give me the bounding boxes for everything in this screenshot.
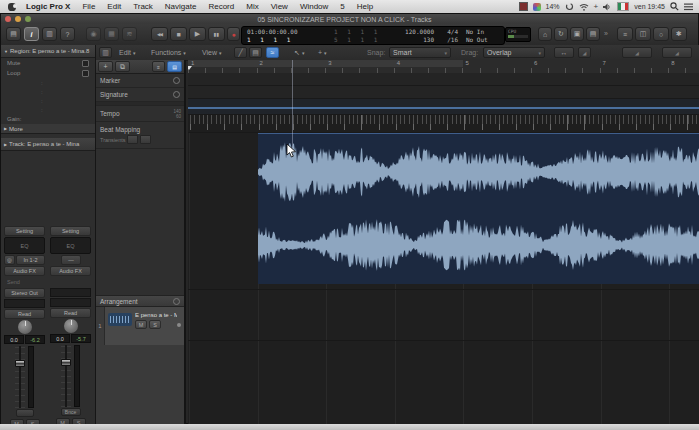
menu-item-navigate[interactable]: Navigate bbox=[159, 2, 203, 11]
notification-center-icon[interactable] bbox=[684, 2, 693, 11]
lcd-position[interactable]: 1 1 1 1 bbox=[247, 36, 293, 43]
strip-extra-button[interactable] bbox=[16, 409, 34, 417]
region-field-row[interactable]: : bbox=[1, 96, 95, 105]
menu-item-help[interactable]: Help bbox=[351, 2, 379, 11]
lcd-smpte[interactable]: 01:00:00:00.00 bbox=[247, 28, 298, 35]
track-inspector-header[interactable]: ▶ Track: E penso a te - Mina bbox=[1, 138, 95, 151]
inspector-button[interactable]: i bbox=[24, 27, 39, 41]
app-menu-extra-icon[interactable] bbox=[533, 3, 541, 11]
beat-mapping-waveform-region[interactable] bbox=[258, 133, 699, 284]
bar-ruler[interactable]: 12345678 bbox=[188, 60, 699, 74]
track-solo-button[interactable]: S bbox=[149, 320, 161, 329]
stop-button[interactable]: ■ bbox=[170, 27, 187, 41]
strip-group-slot[interactable] bbox=[4, 299, 45, 308]
global-track-tempo[interactable]: Tempo 140 60 bbox=[96, 106, 184, 122]
lcd-division-value[interactable]: /16 bbox=[447, 36, 458, 43]
arrangement-track-header[interactable]: Arrangement bbox=[96, 295, 184, 307]
secondary-tool-menu[interactable]: +▾ bbox=[315, 47, 330, 58]
global-tracks-button[interactable]: ▤ bbox=[167, 61, 182, 72]
signature-options-icon[interactable] bbox=[173, 91, 180, 98]
cpu-meter[interactable]: CPU bbox=[505, 27, 531, 42]
global-track-signature[interactable]: Signature bbox=[96, 88, 184, 102]
playhead-marker[interactable] bbox=[188, 66, 192, 70]
global-track-beat-mapping[interactable]: Beat Mapping Transients bbox=[96, 122, 184, 149]
tempo-lane[interactable] bbox=[188, 99, 699, 115]
drag-dropdown[interactable]: Overlap▾ bbox=[483, 47, 545, 58]
strip-send-slot[interactable]: Send bbox=[4, 277, 45, 287]
list-editors-button[interactable]: ≡ bbox=[617, 27, 633, 41]
volume-icon[interactable] bbox=[603, 2, 612, 11]
strip-group-slot[interactable] bbox=[50, 298, 91, 307]
volume-fader[interactable] bbox=[15, 346, 25, 408]
fader-cap[interactable] bbox=[15, 360, 25, 367]
lcd-display[interactable]: 01:00:00:00.00 1 1 1 1 1 1 1 1 5 1 1 1 1… bbox=[241, 26, 505, 45]
volume-value[interactable]: 0.0 bbox=[50, 334, 70, 343]
region-inspector-header[interactable]: ▼ Region: E penso a te - Mina.8 bbox=[1, 45, 95, 58]
quick-help-button[interactable]: ? bbox=[60, 27, 75, 41]
cycle-area[interactable] bbox=[188, 60, 463, 67]
region-loop-row[interactable]: Loop bbox=[1, 68, 95, 78]
track-mute-button[interactable]: M bbox=[135, 320, 147, 329]
solo-mode-button[interactable]: ⌂ bbox=[538, 27, 552, 41]
record-button[interactable]: ● bbox=[227, 27, 240, 41]
menu-item-window[interactable]: Window bbox=[294, 2, 334, 11]
auto-zoom-button[interactable]: ╱ bbox=[234, 47, 247, 58]
strip-eq-slot[interactable]: EQ bbox=[50, 237, 91, 254]
region-field-row[interactable]: : bbox=[1, 78, 95, 87]
fader-cap[interactable] bbox=[61, 359, 71, 366]
strip-automation-button[interactable]: Read bbox=[4, 309, 45, 319]
region-inspector-toggle[interactable]: ▥ bbox=[99, 47, 112, 58]
battery-percent[interactable]: 14% bbox=[546, 3, 560, 10]
cycle-button[interactable]: ↻ bbox=[554, 27, 568, 41]
close-button[interactable] bbox=[5, 16, 11, 22]
arrangement-options-icon[interactable] bbox=[173, 298, 180, 305]
strip-audiofx-slot[interactable]: Audio FX bbox=[50, 266, 91, 276]
beat-mapping-option-button[interactable] bbox=[127, 135, 138, 144]
rewind-button[interactable]: ◀◀ bbox=[151, 27, 168, 41]
mixer-button[interactable]: ▦ bbox=[104, 27, 119, 41]
apple-loops-button[interactable]: ○ bbox=[653, 27, 669, 41]
strip-setting-button[interactable]: Setting bbox=[50, 226, 91, 236]
lcd-tempo-value[interactable]: 120.0000 bbox=[405, 28, 434, 35]
region-field-row[interactable]: : bbox=[1, 105, 95, 114]
view-menu[interactable]: View▾ bbox=[199, 47, 225, 58]
horizontal-zoom-slider[interactable]: ◢ bbox=[622, 47, 652, 58]
pan-knob[interactable] bbox=[18, 320, 32, 334]
lcd-cycle-locators[interactable]: 1 1 1 1 5 1 1 1 bbox=[334, 27, 380, 44]
functions-menu[interactable]: Functions▾ bbox=[148, 47, 189, 58]
lcd-cycle-end[interactable]: 5 1 1 1 bbox=[334, 36, 380, 43]
menu-item-view[interactable]: View bbox=[265, 2, 294, 11]
screen-recording-icon[interactable] bbox=[519, 2, 528, 11]
spotlight-search-icon[interactable] bbox=[670, 2, 679, 11]
play-button[interactable]: ▶ bbox=[189, 27, 206, 41]
strip-gain-button[interactable]: — bbox=[61, 255, 81, 265]
region-field-row[interactable]: : bbox=[1, 87, 95, 96]
menu-item-edit[interactable]: Edit bbox=[101, 2, 127, 11]
sync-icon[interactable] bbox=[565, 2, 574, 11]
audio-track-lane[interactable]: E penso a te - Mina.8 ⟳ bbox=[188, 289, 699, 341]
track-header-1[interactable]: 1 E penso a te - Mina M S bbox=[96, 307, 184, 346]
smart-controls-button[interactable]: ◉ bbox=[86, 27, 101, 41]
strip-output-slot[interactable] bbox=[50, 288, 91, 297]
pan-knob[interactable] bbox=[64, 319, 78, 333]
waveform-zoom-slider[interactable]: ◢ bbox=[662, 47, 692, 58]
minimize-button[interactable] bbox=[15, 16, 21, 22]
tuner-button[interactable]: ▤ bbox=[586, 27, 600, 41]
browsers-button[interactable]: ✱ bbox=[671, 27, 687, 41]
menu-clock[interactable]: ven 19:45 bbox=[634, 3, 665, 10]
menu-item-5[interactable]: 5 bbox=[334, 2, 350, 11]
autopunch-button[interactable]: ▣ bbox=[570, 27, 584, 41]
waveform-zoom-button[interactable]: ▤ bbox=[249, 47, 262, 58]
note-pads-button[interactable]: ◫ bbox=[635, 27, 651, 41]
vertical-zoom-slider[interactable]: ◢ bbox=[578, 47, 591, 58]
menu-item-track[interactable]: Track bbox=[127, 2, 159, 11]
menu-item-logic-pro-x[interactable]: Logic Pro X bbox=[20, 2, 76, 11]
lcd-time-position[interactable]: 01:00:00:00.00 1 1 1 1 bbox=[247, 27, 298, 44]
track-onoff-icon[interactable] bbox=[177, 323, 181, 327]
marker-options-icon[interactable] bbox=[173, 77, 180, 84]
input-menu-icon[interactable]: + bbox=[594, 2, 599, 11]
lcd-tempo[interactable]: 120.0000 130 bbox=[402, 27, 434, 44]
loop-checkbox[interactable] bbox=[82, 70, 89, 77]
menu-item-mix[interactable]: Mix bbox=[240, 2, 264, 11]
lcd-signature[interactable]: 4/4 /16 bbox=[442, 27, 458, 44]
